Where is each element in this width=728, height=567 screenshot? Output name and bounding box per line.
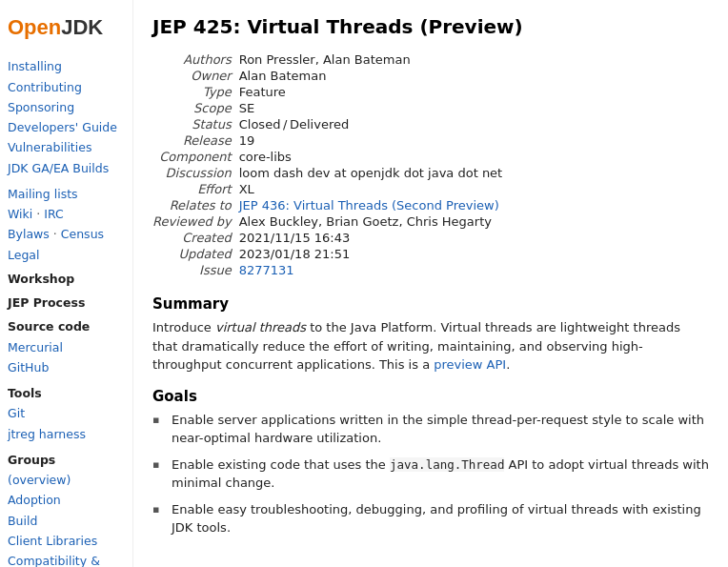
sidebar-item-jep-process[interactable]: JEP Process xyxy=(8,293,125,313)
meta-discussion-value: loom dash dev at openjdk dot java dot ne… xyxy=(239,165,509,181)
summary-text-before: Introduce xyxy=(152,320,215,334)
sidebar-item-contributing[interactable]: Contributing xyxy=(8,77,125,97)
logo-jdk: JDK xyxy=(61,15,103,39)
meta-authors: Authors Ron Pressler, Alan Bateman xyxy=(152,51,508,68)
logo: OpenJDK xyxy=(8,10,125,45)
preview-api-link[interactable]: preview API xyxy=(434,357,506,372)
meta-issue-value: 8277131 xyxy=(239,262,509,278)
summary-title: Summary xyxy=(152,295,709,313)
meta-status-value: Closed / Delivered xyxy=(239,116,509,132)
page-title: JEP 425: Virtual Threads (Preview) xyxy=(152,15,709,38)
meta-issue-label: Issue xyxy=(152,262,239,278)
goals-title: Goals xyxy=(152,388,709,405)
goals-list: ▪ Enable server applications written in … xyxy=(152,411,709,537)
meta-relates-to: Relates to JEP 436: Virtual Threads (Sec… xyxy=(152,197,508,213)
sidebar: OpenJDK Installing Contributing Sponsori… xyxy=(0,0,133,567)
main-content: JEP 425: Virtual Threads (Preview) Autho… xyxy=(133,0,728,567)
sidebar-item-jdk-builds[interactable]: JDK GA/EA Builds xyxy=(8,158,125,178)
goal-3-text: Enable easy troubleshooting, debugging, … xyxy=(172,500,709,537)
bullet-1: ▪ xyxy=(152,411,166,429)
meta-scope-label: Scope xyxy=(152,100,239,116)
meta-relates-to-value: JEP 436: Virtual Threads (Second Preview… xyxy=(239,197,509,213)
meta-status-label: Status xyxy=(152,116,239,132)
meta-component-value: core-libs xyxy=(239,149,509,165)
sidebar-item-census[interactable]: Census xyxy=(61,227,104,241)
meta-relates-to-label: Relates to xyxy=(152,197,239,213)
meta-component: Component core-libs xyxy=(152,149,508,165)
summary-paragraph: Introduce virtual threads to the Java Pl… xyxy=(152,318,709,375)
meta-discussion: Discussion loom dash dev at openjdk dot … xyxy=(152,165,508,181)
sidebar-item-bylaws[interactable]: Bylaws xyxy=(8,227,50,241)
sidebar-item-compatibility-link[interactable]: Compatibility & xyxy=(8,551,125,567)
meta-updated-label: Updated xyxy=(152,246,239,262)
meta-table: Authors Ron Pressler, Alan Bateman Owner… xyxy=(152,51,508,278)
sidebar-item-sponsoring[interactable]: Sponsoring xyxy=(8,97,125,117)
meta-created-value: 2021/11/15 16:43 xyxy=(239,230,509,246)
relates-to-link[interactable]: JEP 436: Virtual Threads (Second Preview… xyxy=(239,198,499,213)
meta-issue: Issue 8277131 xyxy=(152,262,508,278)
sidebar-item-jtreg[interactable]: jtreg harness xyxy=(8,424,125,444)
sidebar-item-irc[interactable]: IRC xyxy=(44,207,63,221)
sidebar-item-wiki[interactable]: Wiki xyxy=(8,207,32,221)
sidebar-item-developers-guide[interactable]: Developers' Guide xyxy=(8,117,125,137)
goal-2-text-before: Enable existing code that uses the xyxy=(172,457,390,472)
goal-2-code: java.lang.Thread xyxy=(390,457,504,472)
sidebar-item-legal[interactable]: Legal xyxy=(8,245,125,265)
meta-effort: Effort XL xyxy=(152,181,508,197)
sidebar-item-installing[interactable]: Installing xyxy=(8,56,125,76)
goal-item-2: ▪ Enable existing code that uses the jav… xyxy=(152,456,709,493)
goal-item-1: ▪ Enable server applications written in … xyxy=(152,411,709,448)
sidebar-item-mercurial[interactable]: Mercurial xyxy=(8,337,125,357)
meta-created: Created 2021/11/15 16:43 xyxy=(152,230,508,246)
bullet-3: ▪ xyxy=(152,500,166,518)
sidebar-section-tools: Tools xyxy=(8,383,125,403)
summary-italic: virtual threads xyxy=(215,320,306,334)
sidebar-item-build[interactable]: Build xyxy=(8,511,125,531)
meta-owner: Owner Alan Bateman xyxy=(152,68,508,84)
goal-2-container: Enable existing code that uses the java.… xyxy=(172,456,709,493)
sidebar-item-client-libraries[interactable]: Client Libraries xyxy=(8,531,125,551)
goal-1-text: Enable server applications written in th… xyxy=(172,411,709,448)
summary-text-end: . xyxy=(506,357,510,372)
sidebar-item-adoption[interactable]: Adoption xyxy=(8,490,125,510)
meta-created-label: Created xyxy=(152,230,239,246)
meta-release: Release 19 xyxy=(152,132,508,149)
meta-authors-label: Authors xyxy=(152,51,239,68)
sidebar-item-vulnerabilities[interactable]: Vulnerabilities xyxy=(8,137,125,157)
sidebar-section-source-code: Source code xyxy=(8,316,125,336)
goal-item-3: ▪ Enable easy troubleshooting, debugging… xyxy=(152,500,709,537)
meta-reviewed-by-label: Reviewed by xyxy=(152,213,239,230)
bullet-2: ▪ xyxy=(152,456,166,474)
meta-status: Status Closed / Delivered xyxy=(152,116,508,132)
logo-open: Open xyxy=(8,15,61,39)
meta-discussion-label: Discussion xyxy=(152,165,239,181)
sidebar-item-workshop[interactable]: Workshop xyxy=(8,269,125,289)
meta-scope: Scope SE xyxy=(152,100,508,116)
sidebar-item-groups-overview[interactable]: (overview) xyxy=(8,470,125,490)
meta-owner-label: Owner xyxy=(152,68,239,84)
meta-type-label: Type xyxy=(152,84,239,100)
meta-effort-label: Effort xyxy=(152,181,239,197)
meta-owner-value: Alan Bateman xyxy=(239,68,509,84)
meta-type-value: Feature xyxy=(239,84,509,100)
meta-release-label: Release xyxy=(152,132,239,149)
meta-reviewed-by: Reviewed by Alex Buckley, Brian Goetz, C… xyxy=(152,213,508,230)
dot-separator-2: · xyxy=(53,227,61,241)
meta-reviewed-by-value: Alex Buckley, Brian Goetz, Chris Hegarty xyxy=(239,213,509,230)
issue-link[interactable]: 8277131 xyxy=(239,263,294,277)
meta-updated: Updated 2023/01/18 21:51 xyxy=(152,246,508,262)
sidebar-item-github[interactable]: GitHub xyxy=(8,357,125,377)
meta-authors-value: Ron Pressler, Alan Bateman xyxy=(239,51,509,68)
meta-type: Type Feature xyxy=(152,84,508,100)
meta-updated-value: 2023/01/18 21:51 xyxy=(239,246,509,262)
meta-effort-value: XL xyxy=(239,181,509,197)
sidebar-section-groups: Groups xyxy=(8,450,125,470)
sidebar-item-git[interactable]: Git xyxy=(8,403,125,423)
meta-release-value: 19 xyxy=(239,132,509,149)
sidebar-item-compatibility: Compatibility & Specification Review xyxy=(8,551,125,567)
meta-component-label: Component xyxy=(152,149,239,165)
sidebar-item-mailing-lists[interactable]: Mailing lists xyxy=(8,187,78,201)
meta-scope-value: SE xyxy=(239,100,509,116)
